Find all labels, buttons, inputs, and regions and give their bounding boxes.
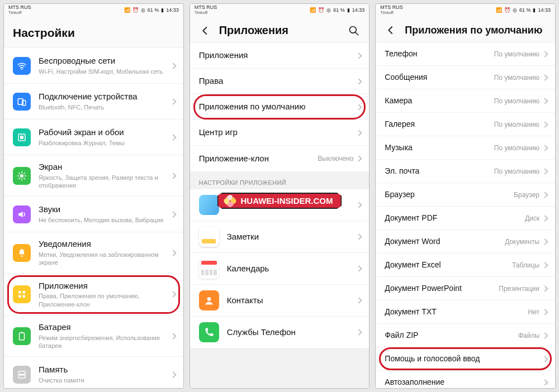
default-app-row[interactable]: Документ Excel Таблицы: [376, 254, 555, 277]
row-value: Презентации: [499, 285, 539, 293]
status-carrier1: MTS RUS: [8, 5, 31, 10]
row-label: Помощь и голосовой ввод: [385, 354, 543, 364]
chevron-icon: [170, 333, 176, 339]
default-app-row[interactable]: Автозаполнение: [376, 371, 555, 388]
chevron-icon: [542, 332, 548, 338]
signal-icon: 📶: [310, 7, 316, 13]
default-app-row[interactable]: Музыка По умолчанию: [376, 136, 555, 160]
settings-row-wifi[interactable]: Беспроводные сети Wi-Fi, Настройки SIM-к…: [4, 48, 183, 84]
status-time: 14:33: [352, 7, 365, 13]
status-carrier1: MTS RUS: [380, 5, 403, 10]
row-label: Контакты: [227, 295, 357, 306]
svg-rect-20: [18, 371, 25, 374]
row-value: Браузер: [514, 191, 539, 199]
chevron-icon: [170, 134, 176, 140]
battery-text: 61 %: [148, 7, 159, 13]
apps-icon: [13, 285, 31, 303]
default-app-row[interactable]: Документ TXT Нет: [376, 300, 555, 324]
svg-point-0: [21, 68, 22, 69]
default-app-row[interactable]: Телефон По умолчанию: [376, 42, 555, 66]
apps-row[interactable]: Права: [190, 69, 369, 94]
svg-rect-14: [18, 291, 21, 294]
apps-row[interactable]: Центр игр: [190, 120, 369, 146]
default-app-row[interactable]: Сообщения По умолчанию: [376, 66, 555, 89]
row-label: Документ PowerPoint: [385, 284, 499, 294]
default-app-row[interactable]: Эл. почта По умолчанию: [376, 160, 555, 183]
settings-row-storage[interactable]: Память Очистка памяти: [4, 357, 183, 388]
chevron-icon: [542, 379, 548, 385]
settings-row-sound[interactable]: Звуки Не беспокоить, Мелодия вызова, Виб…: [4, 197, 183, 232]
row-label: Память: [39, 365, 171, 375]
chevron-icon: [170, 98, 176, 104]
chevron-icon: [542, 192, 548, 198]
row-sub: Яркость, Защита зрения, Размер текста и …: [39, 174, 171, 190]
page-title: Приложения: [219, 24, 340, 37]
row-sub: Bluetooth, NFC, Печать: [39, 103, 171, 111]
battery-text: 61 %: [333, 7, 345, 13]
svg-rect-19: [21, 332, 23, 333]
apps-row[interactable]: Приложения по умолчанию: [190, 94, 369, 120]
alarm-icon: ⏰: [504, 7, 510, 13]
row-label: Приложения по умолчанию: [199, 102, 357, 112]
svg-rect-16: [18, 295, 21, 298]
chevron-icon: [542, 238, 548, 245]
row-label: Календарь: [227, 264, 357, 274]
back-icon[interactable]: [385, 24, 397, 36]
chevron-icon: [542, 121, 548, 127]
app-icon-calendar: [199, 259, 219, 279]
alarm-icon: ⏰: [132, 7, 139, 13]
status-time: 14:33: [538, 7, 551, 13]
battery-text: 61 %: [519, 7, 531, 13]
apps-body[interactable]: Приложения Права Приложения по умолчанию…: [190, 43, 369, 388]
settings-row-battery[interactable]: Батарея Режим энергосбережения, Использо…: [4, 315, 183, 357]
app-settings-row[interactable]: Заметки: [190, 221, 369, 253]
row-value: По умолчанию: [494, 121, 539, 128]
settings-row-display[interactable]: Экран Яркость, Защита зрения, Размер тек…: [4, 155, 183, 197]
back-icon[interactable]: [199, 25, 211, 37]
default-app-row[interactable]: Документ PDF Диск: [376, 207, 555, 230]
default-app-row[interactable]: Помощь и голосовой ввод: [376, 347, 555, 371]
settings-row-apps[interactable]: Приложения Права, Приложения по умолчани…: [4, 274, 183, 315]
settings-list[interactable]: Беспроводные сети Wi-Fi, Настройки SIM-к…: [4, 48, 183, 388]
chevron-icon: [170, 250, 176, 256]
default-app-row[interactable]: Документ Word Документы: [376, 230, 555, 254]
statusbar: MTS RUS Tinkoff 📶 ⏰ ◎ 61 % ▮ 14:33: [4, 4, 183, 16]
row-value: Документы: [505, 238, 539, 246]
default-app-row[interactable]: Галерея По умолчанию: [376, 113, 555, 136]
status-time: 14:33: [166, 7, 179, 13]
signal-icon: 📶: [496, 7, 502, 13]
chevron-icon: [356, 104, 362, 110]
row-sub: Разблокировка Журнал, Темы: [39, 139, 171, 147]
settings-row-device[interactable]: Подключение устройства Bluetooth, NFC, П…: [4, 84, 183, 119]
app-settings-row[interactable]: Службы Телефон: [190, 317, 369, 348]
row-sub: Метки, Уведомления на заблокированном эк…: [39, 251, 171, 267]
apps-row[interactable]: Приложение-клон Выключено: [190, 146, 369, 171]
row-sub: Права, Приложения по умолчанию, Приложен…: [39, 292, 171, 308]
default-app-row[interactable]: Камера По умолчанию: [376, 89, 555, 113]
nfc-icon: ◎: [513, 7, 517, 13]
row-sub: Wi-Fi, Настройки SIM-карт, Мобильная сет…: [39, 68, 171, 75]
chevron-icon: [542, 215, 548, 221]
row-label: Приложение-клон: [199, 154, 318, 164]
row-label: Документ TXT: [385, 307, 528, 317]
svg-line-10: [19, 173, 20, 174]
row-value: Файлы: [518, 332, 539, 340]
row-label: Документ PDF: [385, 213, 525, 223]
phone-settings: MTS RUS Tinkoff 📶 ⏰ ◎ 61 % ▮ 14:33 Настр…: [3, 3, 184, 389]
default-apps-list[interactable]: Телефон По умолчанию Сообщения По умолча…: [376, 42, 555, 388]
row-label: Службы Телефон: [227, 327, 357, 338]
settings-row-home[interactable]: Рабочий экран и обои Разблокировка Журна…: [4, 119, 183, 155]
default-app-row[interactable]: Файл ZIP Файлы: [376, 324, 555, 347]
app-settings-row[interactable]: Календарь: [190, 253, 369, 285]
chevron-icon: [542, 309, 548, 315]
row-value: По умолчанию: [494, 50, 539, 58]
alarm-icon: ⏰: [318, 7, 324, 13]
app-settings-row[interactable]: Контакты: [190, 285, 369, 317]
apps-row[interactable]: Приложения: [190, 43, 369, 69]
chevron-icon: [356, 202, 362, 208]
row-value: По умолчанию: [494, 74, 539, 82]
settings-row-bell[interactable]: Уведомления Метки, Уведомления на заблок…: [4, 232, 183, 274]
search-icon[interactable]: [348, 25, 360, 37]
default-app-row[interactable]: Документ PowerPoint Презентации: [376, 277, 555, 300]
default-app-row[interactable]: Браузер Браузер: [376, 183, 555, 207]
